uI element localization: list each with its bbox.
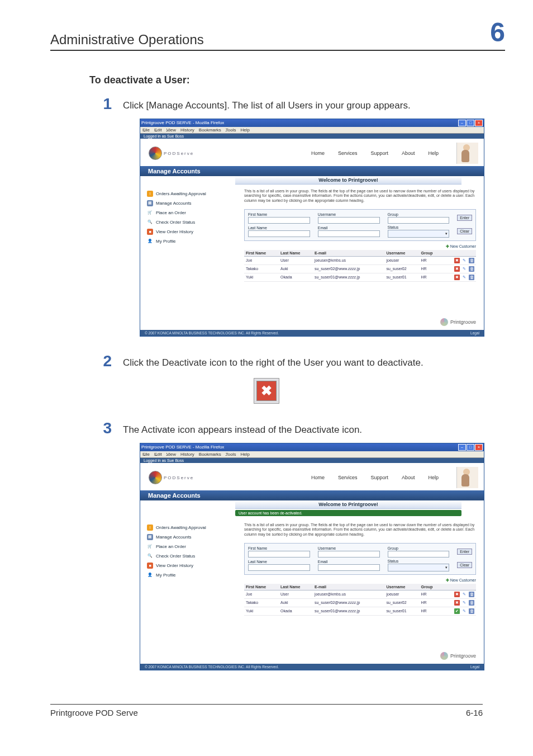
menu-tools[interactable]: Tools	[226, 452, 236, 457]
th-group[interactable]: Group	[420, 584, 442, 590]
menu-help[interactable]: Help	[241, 452, 250, 457]
sidebar-place-order[interactable]: 🛒Place an Order	[147, 542, 240, 551]
nav-home[interactable]: Home	[311, 150, 325, 156]
filter-firstname-input[interactable]	[248, 551, 310, 557]
delete-icon[interactable]: 🗑	[469, 600, 474, 606]
sidebar-view-history[interactable]: ■View Order History	[147, 561, 240, 570]
th-username[interactable]: Username	[384, 250, 419, 257]
filter-email-input[interactable]	[318, 564, 380, 571]
th-firstname[interactable]: First Name	[244, 584, 279, 590]
activate-icon[interactable]: ✔	[454, 608, 460, 614]
screenshot-2: Printgroove POD SERVE - Mozilla Firefox …	[140, 443, 484, 670]
deactivate-icon[interactable]: ✖	[454, 600, 460, 606]
sidebar-check-status[interactable]: 🔍Check Order Status	[147, 551, 240, 561]
nav-home[interactable]: Home	[311, 475, 325, 480]
edit-icon[interactable]: ✎	[461, 258, 467, 263]
new-customer-link[interactable]: ✚ New Customer	[244, 244, 476, 249]
new-customer-link[interactable]: ✚ New Customer	[244, 578, 476, 583]
nav-services[interactable]: Services	[338, 475, 358, 480]
close-icon[interactable]: ×	[475, 444, 483, 451]
cell-username: su_suser02	[384, 598, 419, 607]
history-icon: ■	[147, 229, 153, 235]
nav-services[interactable]: Services	[338, 150, 358, 156]
th-group[interactable]: Group	[420, 250, 442, 257]
menu-file[interactable]: File	[142, 127, 150, 133]
th-firstname[interactable]: First Name	[244, 250, 279, 257]
sidebar-check-status[interactable]: 🔍Check Order Status	[147, 218, 240, 227]
nav-support[interactable]: Support	[370, 150, 388, 156]
sidebar-my-profile[interactable]: 👤My Profile	[147, 570, 240, 580]
filter-group-input[interactable]	[388, 217, 450, 224]
enter-button[interactable]: Enter	[457, 215, 472, 221]
menu-bookmarks[interactable]: Bookmarks	[199, 452, 221, 457]
sidebar-place-order[interactable]: 🛒Place an Order	[147, 208, 240, 218]
sidebar-my-profile[interactable]: 👤My Profile	[147, 237, 240, 246]
footer-copyright: © 2007 KONICA MINOLTA BUSINESS TECHNOLOG…	[145, 331, 279, 335]
edit-icon[interactable]: ✎	[461, 266, 467, 272]
nav-about[interactable]: About	[402, 475, 415, 480]
deactivate-icon[interactable]: ✖	[454, 592, 460, 597]
th-email[interactable]: E-mail	[313, 584, 385, 590]
edit-icon[interactable]: ✎	[461, 608, 467, 614]
nav-help[interactable]: Help	[428, 150, 439, 156]
menu-edit[interactable]: Edit	[154, 127, 162, 133]
filter-lastname-input[interactable]	[248, 230, 310, 237]
edit-icon[interactable]: ✎	[461, 592, 467, 597]
filter-group-label: Group	[388, 212, 450, 216]
filter-status-select[interactable]: ▾	[388, 230, 450, 238]
menu-history[interactable]: History	[180, 127, 194, 133]
edit-icon[interactable]: ✎	[461, 600, 467, 606]
minimize-icon[interactable]: –	[458, 120, 466, 126]
filter-firstname-input[interactable]	[248, 217, 310, 224]
menu-edit[interactable]: Edit	[154, 452, 162, 457]
filter-email-input[interactable]	[318, 230, 380, 237]
edit-icon[interactable]: ✎	[461, 275, 467, 280]
delete-icon[interactable]: 🗑	[469, 275, 474, 280]
nav-about[interactable]: About	[402, 150, 415, 156]
sidebar-manage-accounts[interactable]: ▦Manage Accounts	[147, 532, 240, 542]
nav-help[interactable]: Help	[428, 475, 439, 480]
filter-status-select[interactable]: ▾	[388, 564, 450, 571]
filter-username-input[interactable]	[318, 551, 380, 557]
clear-button[interactable]: Clear	[457, 228, 472, 234]
delete-icon[interactable]: 🗑	[469, 266, 474, 272]
deactivate-icon[interactable]: ✖	[454, 258, 460, 263]
table-row: Takako Aoki su_suser02@www.zzzz.jp su_su…	[244, 264, 476, 273]
sidebar-item-label: Check Order Status	[156, 554, 195, 559]
filter-lastname-input[interactable]	[248, 564, 310, 571]
menu-view[interactable]: View	[166, 127, 176, 133]
step-3-text: The Activate icon appears instead of the…	[123, 423, 483, 437]
delete-icon[interactable]: 🗑	[469, 608, 474, 614]
menu-help[interactable]: Help	[241, 127, 250, 133]
minimize-icon[interactable]: –	[458, 444, 466, 451]
enter-button[interactable]: Enter	[457, 549, 472, 555]
sidebar-view-history[interactable]: ■View Order History	[147, 227, 240, 237]
menu-file[interactable]: File	[142, 452, 150, 457]
delete-icon[interactable]: 🗑	[469, 592, 474, 597]
sidebar-manage-accounts[interactable]: ▦Manage Accounts	[147, 199, 240, 208]
deactivate-icon[interactable]: ✖	[454, 275, 460, 280]
th-lastname[interactable]: Last Name	[279, 584, 313, 590]
menu-bookmarks[interactable]: Bookmarks	[199, 127, 221, 133]
filter-username-input[interactable]	[318, 217, 380, 224]
filter-group-input[interactable]	[388, 551, 450, 557]
delete-icon[interactable]: 🗑	[469, 258, 474, 263]
footer-legal-link[interactable]: Legal	[470, 665, 479, 669]
menu-history[interactable]: History	[180, 452, 194, 457]
clear-button[interactable]: Clear	[457, 562, 472, 568]
sidebar-orders-awaiting[interactable]: !Orders Awaiting Approval	[147, 523, 240, 532]
badge-icon: !	[147, 525, 153, 531]
plus-icon: ✚	[446, 578, 449, 582]
menu-tools[interactable]: Tools	[226, 127, 236, 133]
th-email[interactable]: E-mail	[313, 250, 385, 257]
maximize-icon[interactable]: □	[467, 444, 474, 451]
footer-legal-link[interactable]: Legal	[470, 331, 479, 335]
deactivate-icon[interactable]: ✖	[454, 266, 460, 272]
th-username[interactable]: Username	[384, 584, 419, 590]
maximize-icon[interactable]: □	[467, 120, 474, 126]
th-lastname[interactable]: Last Name	[279, 250, 313, 257]
close-icon[interactable]: ×	[475, 120, 483, 126]
nav-support[interactable]: Support	[370, 475, 388, 480]
menu-view[interactable]: View	[166, 452, 176, 457]
sidebar-orders-awaiting[interactable]: !Orders Awaiting Approval	[147, 189, 240, 199]
